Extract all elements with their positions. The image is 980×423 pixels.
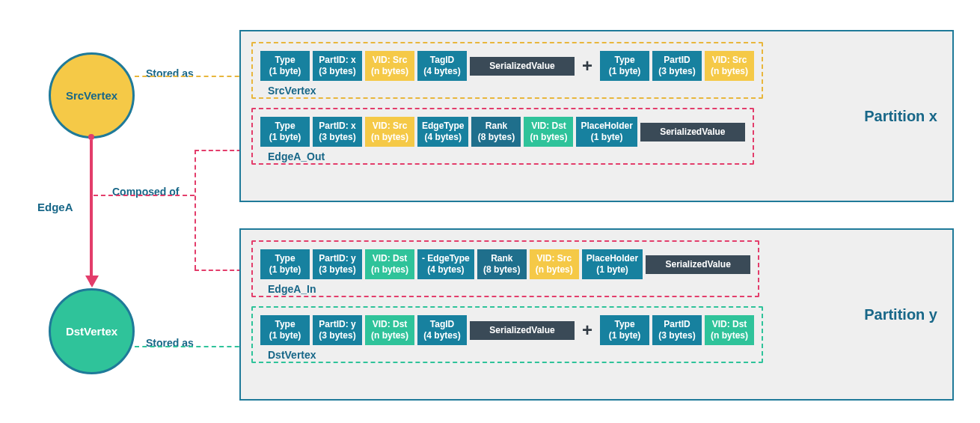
group-dst-vertex: Type(1 byte) PartID: y(3 bytes) VID: Dst… (251, 306, 763, 363)
plus-icon: + (582, 320, 592, 341)
box-rank: Rank(8 bytes) (471, 117, 521, 147)
box-partid-x: PartID: x(3 bytes) (313, 51, 362, 81)
box-vid-dst: VID: Dst(n bytes) (365, 315, 414, 345)
box-vid-dst-2: VID: Dst(n bytes) (705, 315, 754, 345)
box-neg-edgetype: - EdgeType(4 bytes) (417, 249, 474, 279)
partition-y-title: Partition y (864, 306, 937, 323)
box-type: Type(1 byte) (260, 315, 310, 345)
diagram-canvas: SrcVertex EdgeA DstVertex Stored as Comp… (22, 22, 958, 401)
box-vid-src-2: VID: Src(n bytes) (705, 51, 754, 81)
box-servalue: SerializedValue (470, 57, 575, 76)
box-partid: PartID(3 bytes) (652, 51, 702, 81)
box-type-2: Type(1 byte) (600, 315, 649, 345)
edge-arrow (90, 140, 93, 284)
box-partid-x: PartID: x(3 bytes) (313, 117, 362, 147)
box-edgetype: EdgeType(4 bytes) (417, 117, 468, 147)
box-partid-y: PartID: y(3 bytes) (313, 249, 362, 279)
box-type: Type(1 byte) (260, 51, 310, 81)
box-type-2: Type(1 byte) (600, 51, 649, 81)
box-type: Type(1 byte) (260, 117, 310, 147)
box-servalue: SerializedValue (640, 123, 745, 141)
src-vertex-label: SrcVertex (66, 89, 117, 102)
group-edge-in-label: EdgeA_In (265, 283, 319, 295)
box-vid-src: VID: Src(n bytes) (530, 249, 579, 279)
partition-x-title: Partition x (864, 108, 937, 125)
box-type: Type(1 byte) (260, 249, 310, 279)
connector-dst-stored (135, 346, 247, 347)
box-vid-dst: VID: Dst(n bytes) (524, 117, 573, 147)
group-edge-in: Type(1 byte) PartID: y(3 bytes) VID: Dst… (251, 240, 759, 297)
connector-edge-base (94, 195, 195, 196)
box-tagid: TagID(4 bytes) (417, 315, 467, 345)
box-servalue: SerializedValue (470, 321, 575, 340)
box-servalue: SerializedValue (646, 255, 750, 274)
dst-vertex-label: DstVertex (66, 325, 117, 338)
partition-x: Partition x Type(1 byte) PartID: x(3 byt… (239, 30, 954, 202)
group-src-vertex: Type(1 byte) PartID: x(3 bytes) VID: Src… (251, 42, 763, 99)
group-src-vertex-label: SrcVertex (265, 85, 319, 97)
group-dst-vertex-label: DstVertex (265, 349, 319, 361)
box-partid-y: PartID: y(3 bytes) (313, 315, 362, 345)
box-partid: PartID(3 bytes) (652, 315, 702, 345)
box-vid-src: VID: Src(n bytes) (365, 51, 414, 81)
box-vid-dst: VID: Dst(n bytes) (365, 249, 414, 279)
connector-edge-vert (195, 150, 196, 270)
box-tagid: TagID(4 bytes) (417, 51, 467, 81)
box-rank: Rank(8 bytes) (477, 249, 527, 279)
box-placeholder: PlaceHolder(1 byte) (582, 249, 643, 279)
dst-vertex-node: DstVertex (49, 288, 135, 374)
plus-icon: + (582, 55, 592, 76)
partition-y: Partition y Type(1 byte) PartID: y(3 byt… (239, 228, 954, 401)
src-vertex-node: SrcVertex (49, 52, 135, 139)
relation-stored-as-src: Stored as (146, 67, 194, 79)
box-vid-src: VID: Src(n bytes) (365, 117, 414, 147)
edge-label: EdgeA (37, 201, 73, 213)
box-placeholder: PlaceHolder(1 byte) (576, 117, 637, 147)
group-edge-out: Type(1 byte) PartID: x(3 bytes) VID: Src… (251, 108, 754, 165)
connector-src-stored (135, 76, 247, 77)
group-edge-out-label: EdgeA_Out (265, 150, 328, 162)
